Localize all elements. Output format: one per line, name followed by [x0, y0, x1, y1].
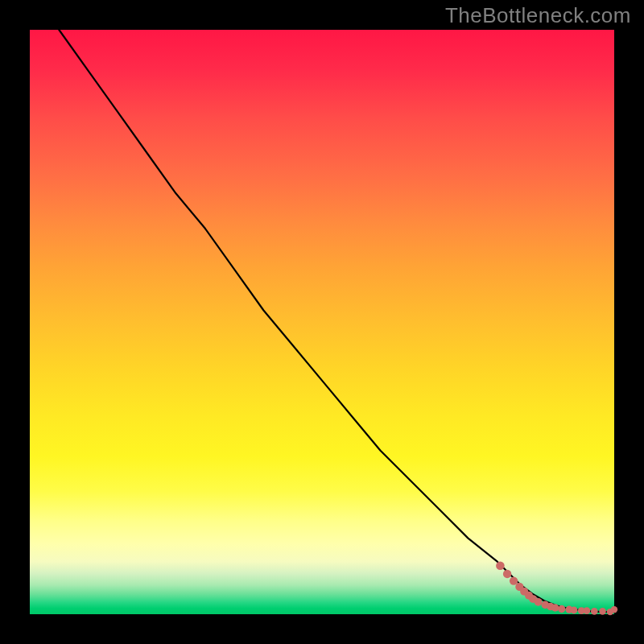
tail-point: [551, 604, 559, 611]
bottleneck-curve: [59, 30, 614, 612]
watermark-text: TheBottleneck.com: [445, 3, 631, 28]
tail-point: [496, 561, 505, 570]
tail-point: [510, 576, 518, 584]
tail-point: [599, 608, 606, 615]
tail-point: [591, 608, 598, 615]
chart-frame: TheBottleneck.com: [0, 0, 644, 644]
tail-point: [611, 606, 617, 613]
tail-point: [558, 605, 565, 613]
tail-point: [570, 606, 577, 613]
plot-area: [30, 30, 614, 614]
plot-svg: [30, 30, 614, 614]
tail-point: [503, 570, 511, 578]
tail-points-group: [496, 561, 617, 615]
tail-point: [535, 598, 543, 606]
tail-point: [584, 607, 591, 614]
